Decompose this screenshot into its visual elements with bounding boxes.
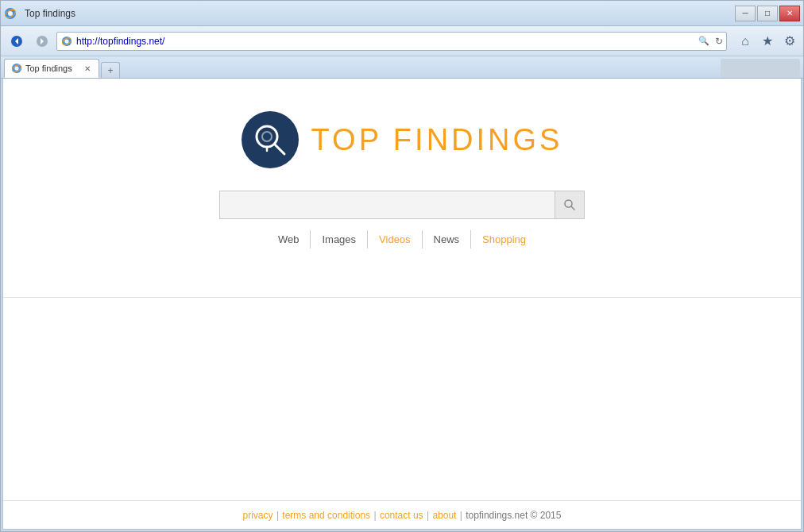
sep-4: | — [460, 510, 465, 521]
navbar: 🔍 ↻ ⌂ ★ ⚙ — [1, 26, 803, 56]
footer-privacy[interactable]: privacy — [243, 510, 273, 521]
svg-line-14 — [275, 145, 284, 154]
address-bar[interactable]: 🔍 ↻ — [56, 32, 727, 51]
search-nav: Web Images Videos News Shopping — [267, 230, 537, 249]
titlebar-title: Top findings — [25, 8, 75, 19]
search-bar-container — [219, 191, 585, 219]
address-input[interactable] — [76, 36, 693, 47]
svg-point-2 — [8, 11, 13, 16]
tab-close-button[interactable]: ✕ — [83, 64, 92, 74]
titlebar-left: Top findings — [4, 7, 75, 20]
footer-copyright: topfindings.net © 2015 — [466, 510, 561, 521]
tabbar-right — [721, 59, 800, 78]
forward-button[interactable] — [31, 31, 53, 52]
tab-label: Top findings — [25, 64, 72, 73]
lower-section — [3, 298, 801, 500]
active-tab[interactable]: Top findings ✕ — [4, 59, 99, 78]
logo-icon — [242, 111, 299, 168]
search-input[interactable] — [219, 191, 555, 219]
refresh-button[interactable]: ↻ — [715, 36, 723, 47]
footer-links: privacy | terms and conditions | contact… — [243, 510, 562, 521]
ie-address-icon — [61, 36, 72, 47]
svg-point-15 — [262, 132, 272, 141]
sep-2: | — [373, 510, 378, 521]
window-title-text: Top findings — [25, 8, 75, 19]
address-bar-icon — [60, 35, 73, 48]
tools-icon[interactable]: ⚙ — [781, 33, 798, 50]
logo-area: TOP FINDINGS — [242, 111, 563, 168]
address-search-button[interactable]: 🔍 — [696, 33, 712, 49]
back-button[interactable] — [6, 31, 28, 52]
back-icon — [10, 35, 23, 48]
tab-icon — [11, 63, 22, 74]
browser-window: Top findings ─ □ ✕ — [0, 0, 804, 532]
close-button[interactable]: ✕ — [779, 6, 800, 21]
svg-point-9 — [64, 39, 68, 43]
ie-icon — [4, 7, 17, 20]
sep-3: | — [427, 510, 431, 521]
nav-web[interactable]: Web — [267, 230, 311, 249]
search-icon — [563, 199, 576, 211]
maximize-button[interactable]: □ — [757, 6, 778, 21]
tabbar: Top findings ✕ + — [1, 56, 803, 79]
forward-icon — [36, 35, 48, 48]
footer-about[interactable]: about — [432, 510, 456, 521]
titlebar: Top findings ─ □ ✕ — [1, 1, 803, 26]
footer-contact[interactable]: contact us — [380, 510, 423, 521]
upper-section: TOP FINDINGS Web Images V — [3, 79, 801, 298]
nav-images[interactable]: Images — [310, 230, 367, 249]
svg-line-18 — [571, 206, 574, 210]
footer: privacy | terms and conditions | contact… — [3, 500, 801, 529]
titlebar-controls: ─ □ ✕ — [735, 6, 800, 21]
favorites-icon[interactable]: ★ — [759, 33, 776, 50]
svg-point-12 — [14, 66, 18, 70]
search-button[interactable] — [555, 191, 585, 219]
nav-videos[interactable]: Videos — [367, 230, 422, 249]
home-icon[interactable]: ⌂ — [736, 33, 754, 50]
new-tab-button[interactable]: + — [101, 62, 120, 78]
tab-placeholder — [721, 59, 800, 78]
sep-1: | — [276, 510, 281, 521]
page-content: TOP FINDINGS Web Images V — [3, 79, 801, 529]
nav-news[interactable]: News — [422, 230, 471, 249]
logo-text: TOP FINDINGS — [311, 123, 563, 157]
nav-shopping[interactable]: Shopping — [470, 230, 537, 249]
magnifier-svg — [253, 122, 288, 157]
footer-terms[interactable]: terms and conditions — [282, 510, 370, 521]
toolbar-icons: ⌂ ★ ⚙ — [736, 33, 798, 50]
minimize-button[interactable]: ─ — [735, 6, 756, 21]
content-area: TOP FINDINGS Web Images V — [2, 79, 802, 530]
